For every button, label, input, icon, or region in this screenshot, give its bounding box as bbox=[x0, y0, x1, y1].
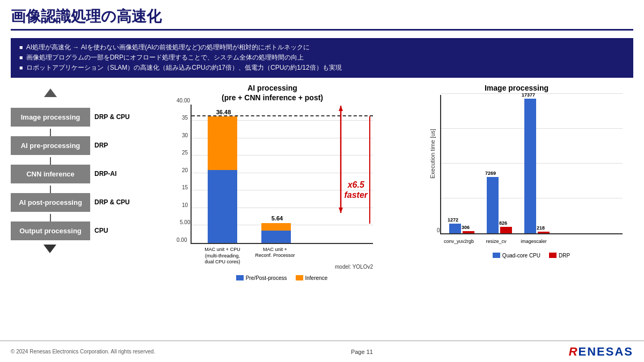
footer-page: Page 11 bbox=[351, 349, 373, 355]
legend-inference: Inference bbox=[296, 275, 328, 281]
img-group-3 bbox=[524, 99, 550, 233]
img-chart-legend: Quad-core CPU DRP bbox=[440, 253, 623, 258]
flow-box-output: Output processing bbox=[11, 221, 90, 240]
flow-row-2: CNN inference DRP-AI bbox=[11, 165, 150, 183]
flow-tag-2: DRP-AI bbox=[94, 170, 116, 178]
img-label-1: conv_yuv2rgb bbox=[444, 239, 473, 244]
ai-bar-1-blue bbox=[208, 170, 237, 243]
img-bar-resize-cpu bbox=[487, 177, 499, 233]
ai-bar-1-label: MAC unit + CPU(multi-threading,dual CPU … bbox=[202, 247, 243, 265]
img-label-3: imagescaler bbox=[519, 239, 548, 244]
flow-row-4: Output processing CPU bbox=[11, 221, 150, 240]
flow-arrow-bottom bbox=[43, 245, 56, 253]
img-val-conv-drp: 306 bbox=[462, 225, 470, 230]
ai-bar-2-blue bbox=[261, 231, 291, 243]
flow-box-cnn: CNN inference bbox=[11, 165, 90, 183]
ai-bar-1 bbox=[208, 116, 237, 243]
ai-chart-container: AI processing (pre + CNN inference + pos… bbox=[156, 83, 389, 303]
flow-box-ai-post: AI post-processing bbox=[11, 193, 90, 212]
bullets-section: AI処理が高速化 → AIを使わない画像処理(AIの前後処理など)の処理時間が相… bbox=[11, 38, 633, 78]
flow-connector-1 bbox=[50, 157, 51, 165]
bullet-1: AI処理が高速化 → AIを使わない画像処理(AIの前後処理など)の処理時間が相… bbox=[19, 42, 625, 53]
flow-box-image-processing: Image processing bbox=[11, 108, 90, 127]
content-area: Image processing DRP & CPU AI pre-proces… bbox=[0, 78, 644, 303]
ai-bar-1-orange bbox=[208, 116, 237, 170]
svg-marker-2 bbox=[339, 208, 343, 213]
flow-row-1: AI pre-processing DRP bbox=[11, 136, 150, 155]
flow-connector-0 bbox=[50, 129, 51, 136]
charts-area: AI processing (pre + CNN inference + pos… bbox=[156, 83, 633, 303]
ai-bar-2 bbox=[261, 223, 291, 243]
img-val-scaler-cpu: 17377 bbox=[522, 92, 535, 98]
flow-connector-3 bbox=[50, 214, 51, 221]
model-label: model: YOLOv2 bbox=[335, 264, 373, 270]
img-chart-wrapper: Execution time [us] 0 bbox=[440, 95, 623, 256]
header: 画像認識処理の高速化 bbox=[0, 0, 644, 38]
legend-pre-post: Pre/Post-process bbox=[236, 275, 287, 281]
ai-bar-2-value: 5.64 bbox=[262, 215, 292, 221]
img-chart-container: Image processing Execution time [us] 0 bbox=[400, 83, 633, 303]
img-val-conv-cpu: 1272 bbox=[448, 217, 458, 223]
img-bar-resize-drp bbox=[500, 227, 512, 233]
ai-bar-2-label: MAC unit + Reconf. Processor bbox=[255, 247, 295, 259]
flow-diagram: Image processing DRP & CPU AI pre-proces… bbox=[11, 83, 150, 303]
flow-tag-1: DRP bbox=[94, 142, 108, 149]
flow-row-0: Image processing DRP & CPU bbox=[11, 108, 150, 127]
footer-brand: RENESAS bbox=[569, 345, 633, 359]
img-val-scaler-drp: 218 bbox=[537, 225, 545, 231]
dashed-line bbox=[192, 115, 373, 116]
legend-cpu: Quad-core CPU bbox=[493, 253, 540, 258]
img-label-2: resize_cv bbox=[481, 239, 511, 244]
img-chart-title: Image processing bbox=[405, 83, 628, 93]
flow-items: Image processing DRP & CPU AI pre-proces… bbox=[11, 108, 150, 242]
flow-arrow-top bbox=[44, 88, 57, 97]
flow-row-3: AI post-processing DRP & CPU bbox=[11, 193, 150, 212]
flow-box-ai-pre: AI pre-processing bbox=[11, 136, 90, 155]
ai-chart-wrapper: Inference time [msec] 0.00 5.00 10 15 20… bbox=[191, 105, 373, 260]
ai-bar-1-value: 36.48 bbox=[209, 109, 238, 115]
svg-marker-1 bbox=[339, 106, 343, 111]
faster-label: x6.5faster bbox=[344, 180, 368, 200]
flow-tag-0: DRP & CPU bbox=[94, 113, 130, 121]
page-title: 画像認識処理の高速化 bbox=[11, 6, 633, 31]
img-val-resize-drp: 826 bbox=[499, 220, 507, 226]
flow-tag-3: DRP & CPU bbox=[94, 198, 130, 206]
bullet-3: ロボットアプリケーション（SLAM）の高速化（組み込みCPUの約17倍）、低電力… bbox=[19, 63, 625, 73]
ai-chart-legend: Pre/Post-process Inference bbox=[191, 275, 373, 281]
img-chart-plot: 0 1272 306 bbox=[440, 95, 623, 234]
footer-copyright: © 2024 Renesas Electronics Corporation. … bbox=[11, 349, 155, 354]
flow-connector-2 bbox=[50, 186, 51, 193]
legend-drp: DRP bbox=[549, 253, 570, 258]
img-bar-conv-drp bbox=[463, 231, 474, 233]
ai-chart-plot: 0.00 5.00 10 15 20 25 30 35 40.00 bbox=[191, 105, 373, 244]
bullet-2: 画像処理プログラムの一部をDRPにオフロード処理することで、システム全体の処理時… bbox=[19, 53, 625, 63]
ai-bar-2-orange bbox=[261, 223, 291, 231]
img-y-axis-label: Execution time [us] bbox=[429, 129, 436, 179]
img-bar-scaler-cpu bbox=[524, 99, 536, 233]
img-bar-conv-cpu bbox=[449, 224, 461, 233]
img-val-resize-cpu: 7269 bbox=[485, 171, 496, 176]
img-bar-scaler-drp bbox=[538, 232, 550, 233]
ai-chart-title: AI processing (pre + CNN inference + pos… bbox=[161, 83, 384, 102]
flow-tag-4: CPU bbox=[94, 227, 108, 234]
footer: © 2024 Renesas Electronics Corporation. … bbox=[0, 341, 644, 362]
